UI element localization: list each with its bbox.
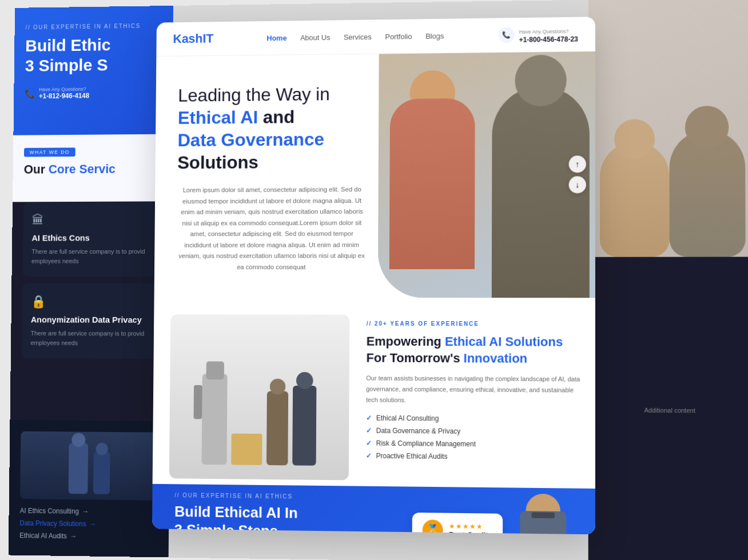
nav-about[interactable]: About Us xyxy=(300,33,330,42)
arrow-icon-1: → xyxy=(82,507,89,515)
badge-text: Best Quality xyxy=(449,530,492,534)
hero-heading: Leading the Way in Ethical AI and Data G… xyxy=(177,82,368,174)
card2-title: Anonymization Data Privacy xyxy=(31,315,151,325)
scroll-down-button[interactable]: ↓ xyxy=(569,176,586,193)
nav-phone-label: Have Any Questions? xyxy=(519,29,569,35)
services-label: WHAT WE DO xyxy=(24,147,75,157)
quality-badge: 🏅 ★★★★★ Best Quality xyxy=(412,513,503,534)
scroll-up-button[interactable]: ↑ xyxy=(569,155,586,173)
arrow-icon-3: → xyxy=(70,532,77,540)
card1-title: AI Ethics Cons xyxy=(31,233,151,242)
service-card-2: 🔒 Anonymization Data Privacy There are f… xyxy=(22,283,160,359)
couple-visual xyxy=(588,0,748,257)
empower-content: 20+ YEARS OF EXPERIENCE Empowering Ethic… xyxy=(349,315,595,483)
hero-blue-1: Ethical AI xyxy=(178,107,258,127)
main-card: KashIT Home About Us Services Portfolio … xyxy=(152,17,595,534)
left-link-1[interactable]: AI Ethics Consulting → xyxy=(20,507,158,517)
hero-image: ↑ ↓ xyxy=(378,51,595,298)
left-phone-number: +1-812-946-4148 xyxy=(39,92,89,100)
hero-section: Leading the Way in Ethical AI and Data G… xyxy=(154,51,595,298)
left-panel: OUR EXPERTISE IN AI ETHICS Build Ethic 3… xyxy=(9,6,173,558)
hero-people-visual xyxy=(378,51,595,298)
page-container: OUR EXPERTISE IN AI ETHICS Build Ethic 3… xyxy=(9,0,748,560)
bottom-cta-text: OUR EXPERTISE IN AI ETHICS Build Ethical… xyxy=(174,492,297,534)
right-panel-image xyxy=(588,0,748,257)
check-item-3: Risk & Compliance Management xyxy=(366,439,584,449)
empower-section: 20+ YEARS OF EXPERIENCE Empowering Ethic… xyxy=(153,298,595,483)
hero-content: Leading the Way in Ethical AI and Data G… xyxy=(154,54,391,298)
expertise-label: OUR EXPERTISE IN AI ETHICS xyxy=(26,22,162,30)
nav-services[interactable]: Services xyxy=(344,33,372,41)
check-item-4: Proactive Ethical Audits xyxy=(366,452,584,462)
badge-stars: ★★★★★ xyxy=(449,522,492,530)
woman-figure xyxy=(600,142,670,257)
services-heading: Our Core Servic xyxy=(24,162,161,177)
bottom-heading: Build Ethical AI In3 Simple Steps xyxy=(174,503,298,534)
left-nav-links: AI Ethics Consulting → Data Privacy Solu… xyxy=(19,507,158,542)
phone-icon: 📞 xyxy=(499,27,515,43)
hero-body: Lorem ipsum dolor sit amet, consectetur … xyxy=(177,184,367,273)
years-badge: 20+ YEARS OF EXPERIENCE xyxy=(367,321,584,327)
empower-body: Our team assists businesses in navigatin… xyxy=(366,373,584,406)
empower-visual xyxy=(169,314,349,480)
left-link-2[interactable]: Data Privacy Solutions → xyxy=(19,519,157,529)
arrow-icon-2: → xyxy=(89,520,96,528)
nav-phone: 📞 Have Any Questions? +1-800-456-478-23 xyxy=(499,25,578,45)
check-item-1: Ethical AI Consulting xyxy=(366,414,584,424)
left-bottom-image xyxy=(20,431,158,501)
empower-image xyxy=(169,314,349,480)
left-bottom: AI Ethics Consulting → Data Privacy Solu… xyxy=(9,420,170,558)
empower-heading: Empowering Ethical AI Solutions For Tomo… xyxy=(366,334,583,367)
medal-icon: 🏅 xyxy=(423,519,443,534)
hero-blue-2: Data Governance xyxy=(177,129,324,150)
left-panel-hero: OUR EXPERTISE IN AI ETHICS Build Ethic 3… xyxy=(13,6,173,135)
left-phone: 📞 Have Any Questions? +1-812-946-4148 xyxy=(25,86,161,101)
navbar: KashIT Home About Us Services Portfolio … xyxy=(156,17,595,57)
nav-portfolio[interactable]: Portfolio xyxy=(385,32,412,41)
left-link-3[interactable]: Ethical AI Audits → xyxy=(19,531,157,541)
card2-desc: There are full service company is to pro… xyxy=(30,329,150,347)
nav-links: Home About Us Services Portfolio Blogs xyxy=(266,31,444,43)
nav-home[interactable]: Home xyxy=(266,34,287,42)
left-hero-heading: Build Ethic 3 Simple S xyxy=(25,34,162,76)
man-figure xyxy=(669,130,745,257)
right-panel: Additional content xyxy=(588,0,748,560)
bottom-expertise-label: OUR EXPERTISE IN AI ETHICS xyxy=(174,492,298,499)
lock-icon: 🔒 xyxy=(31,294,151,309)
cta-person xyxy=(514,494,572,535)
check-item-2: Data Governance & Privacy xyxy=(366,427,584,437)
right-panel-bottom: Additional content xyxy=(588,257,748,560)
service-card-1: 🏛 AI Ethics Cons There are full service … xyxy=(23,201,161,277)
nav-blogs[interactable]: Blogs xyxy=(425,32,444,41)
bank-icon: 🏛 xyxy=(32,213,152,227)
empower-checklist: Ethical AI Consulting Data Governance & … xyxy=(366,414,584,462)
brand-logo: KashIT xyxy=(173,31,213,46)
left-services: WHAT WE DO Our Core Servic xyxy=(13,134,172,202)
bottom-cta: OUR EXPERTISE IN AI ETHICS Build Ethical… xyxy=(152,484,595,534)
nav-phone-number: +1-800-456-478-23 xyxy=(519,35,578,44)
card1-desc: There are full service company is to pro… xyxy=(31,247,152,266)
scroll-buttons: ↑ ↓ xyxy=(569,155,586,193)
